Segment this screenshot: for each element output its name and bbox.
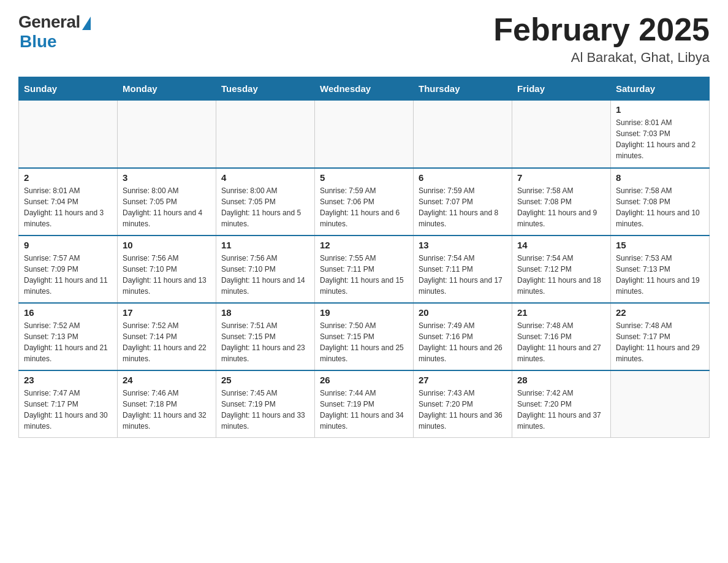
calendar-cell: 17Sunrise: 7:52 AMSunset: 7:14 PMDayligh… (118, 303, 216, 370)
day-info: Sunrise: 7:54 AMSunset: 7:12 PMDaylight:… (517, 253, 605, 297)
calendar-cell: 18Sunrise: 7:51 AMSunset: 7:15 PMDayligh… (216, 303, 315, 370)
day-info: Sunrise: 8:00 AMSunset: 7:05 PMDaylight:… (123, 185, 211, 229)
day-info: Sunrise: 7:59 AMSunset: 7:06 PMDaylight:… (320, 185, 408, 229)
day-number: 16 (24, 307, 112, 318)
day-number: 28 (517, 375, 605, 385)
weekday-header-wednesday: Wednesday (315, 77, 414, 101)
calendar-cell: 26Sunrise: 7:44 AMSunset: 7:19 PMDayligh… (315, 370, 414, 438)
calendar-cell: 11Sunrise: 7:56 AMSunset: 7:10 PMDayligh… (216, 236, 315, 303)
day-info: Sunrise: 7:56 AMSunset: 7:10 PMDaylight:… (123, 253, 211, 297)
day-info: Sunrise: 7:52 AMSunset: 7:14 PMDaylight:… (123, 320, 211, 364)
day-info: Sunrise: 7:48 AMSunset: 7:16 PMDaylight:… (517, 320, 605, 364)
calendar-cell: 7Sunrise: 7:58 AMSunset: 7:08 PMDaylight… (512, 168, 611, 236)
weekday-header-sunday: Sunday (19, 77, 118, 101)
calendar-cell: 9Sunrise: 7:57 AMSunset: 7:09 PMDaylight… (19, 236, 118, 303)
weekday-header-row: SundayMondayTuesdayWednesdayThursdayFrid… (19, 77, 710, 101)
location-title: Al Barakat, Ghat, Libya (493, 50, 710, 66)
day-info: Sunrise: 7:59 AMSunset: 7:07 PMDaylight:… (419, 185, 507, 229)
calendar-cell: 4Sunrise: 8:00 AMSunset: 7:05 PMDaylight… (216, 168, 315, 236)
logo-general-text: General (18, 12, 80, 32)
calendar-week-row: 9Sunrise: 7:57 AMSunset: 7:09 PMDaylight… (19, 236, 710, 303)
day-info: Sunrise: 7:49 AMSunset: 7:16 PMDaylight:… (419, 320, 507, 364)
calendar-cell (118, 101, 216, 168)
logo-top: General (18, 12, 91, 32)
day-number: 26 (320, 375, 408, 385)
day-info: Sunrise: 7:48 AMSunset: 7:17 PMDaylight:… (616, 320, 704, 364)
day-number: 5 (320, 172, 408, 183)
day-number: 27 (419, 375, 507, 385)
calendar-cell: 25Sunrise: 7:45 AMSunset: 7:19 PMDayligh… (216, 370, 315, 438)
day-number: 19 (320, 307, 408, 318)
calendar-cell: 19Sunrise: 7:50 AMSunset: 7:15 PMDayligh… (315, 303, 414, 370)
day-info: Sunrise: 7:47 AMSunset: 7:17 PMDaylight:… (24, 388, 112, 432)
day-info: Sunrise: 7:43 AMSunset: 7:20 PMDaylight:… (419, 388, 507, 432)
day-info: Sunrise: 7:55 AMSunset: 7:11 PMDaylight:… (320, 253, 408, 297)
calendar-cell: 20Sunrise: 7:49 AMSunset: 7:16 PMDayligh… (414, 303, 512, 370)
day-number: 18 (221, 307, 309, 318)
day-info: Sunrise: 7:51 AMSunset: 7:15 PMDaylight:… (221, 320, 309, 364)
day-info: Sunrise: 7:46 AMSunset: 7:18 PMDaylight:… (123, 388, 211, 432)
day-number: 2 (24, 172, 112, 183)
day-number: 24 (123, 375, 211, 385)
calendar-cell: 10Sunrise: 7:56 AMSunset: 7:10 PMDayligh… (118, 236, 216, 303)
logo-triangle-icon (82, 17, 91, 30)
day-number: 17 (123, 307, 211, 318)
day-number: 11 (221, 240, 309, 250)
day-info: Sunrise: 7:56 AMSunset: 7:10 PMDaylight:… (221, 253, 309, 297)
day-number: 6 (419, 172, 507, 183)
day-number: 13 (419, 240, 507, 250)
calendar-week-row: 23Sunrise: 7:47 AMSunset: 7:17 PMDayligh… (19, 370, 710, 438)
calendar-week-row: 1Sunrise: 8:01 AMSunset: 7:03 PMDaylight… (19, 101, 710, 168)
calendar-table: SundayMondayTuesdayWednesdayThursdayFrid… (18, 77, 710, 438)
day-number: 15 (616, 240, 704, 250)
calendar-cell: 1Sunrise: 8:01 AMSunset: 7:03 PMDaylight… (611, 101, 710, 168)
day-number: 7 (517, 172, 605, 183)
calendar-cell: 2Sunrise: 8:01 AMSunset: 7:04 PMDaylight… (19, 168, 118, 236)
day-info: Sunrise: 7:58 AMSunset: 7:08 PMDaylight:… (616, 185, 704, 229)
day-info: Sunrise: 8:01 AMSunset: 7:03 PMDaylight:… (616, 117, 704, 161)
day-info: Sunrise: 7:57 AMSunset: 7:09 PMDaylight:… (24, 253, 112, 297)
logo: General Blue (18, 12, 91, 52)
calendar-cell: 28Sunrise: 7:42 AMSunset: 7:20 PMDayligh… (512, 370, 611, 438)
weekday-header-thursday: Thursday (414, 77, 512, 101)
page-header: General Blue February 2025 Al Barakat, G… (18, 12, 710, 66)
day-number: 4 (221, 172, 309, 183)
day-number: 25 (221, 375, 309, 385)
calendar-cell: 14Sunrise: 7:54 AMSunset: 7:12 PMDayligh… (512, 236, 611, 303)
day-info: Sunrise: 7:52 AMSunset: 7:13 PMDaylight:… (24, 320, 112, 364)
calendar-week-row: 2Sunrise: 8:01 AMSunset: 7:04 PMDaylight… (19, 168, 710, 236)
calendar-cell: 22Sunrise: 7:48 AMSunset: 7:17 PMDayligh… (611, 303, 710, 370)
calendar-cell: 15Sunrise: 7:53 AMSunset: 7:13 PMDayligh… (611, 236, 710, 303)
month-title: February 2025 (493, 12, 710, 47)
calendar-cell (19, 101, 118, 168)
day-number: 8 (616, 172, 704, 183)
calendar-cell: 16Sunrise: 7:52 AMSunset: 7:13 PMDayligh… (19, 303, 118, 370)
calendar-cell: 23Sunrise: 7:47 AMSunset: 7:17 PMDayligh… (19, 370, 118, 438)
day-number: 20 (419, 307, 507, 318)
calendar-cell: 6Sunrise: 7:59 AMSunset: 7:07 PMDaylight… (414, 168, 512, 236)
day-number: 12 (320, 240, 408, 250)
day-info: Sunrise: 8:00 AMSunset: 7:05 PMDaylight:… (221, 185, 309, 229)
day-info: Sunrise: 7:45 AMSunset: 7:19 PMDaylight:… (221, 388, 309, 432)
day-number: 21 (517, 307, 605, 318)
day-info: Sunrise: 7:42 AMSunset: 7:20 PMDaylight:… (517, 388, 605, 432)
weekday-header-friday: Friday (512, 77, 611, 101)
day-info: Sunrise: 8:01 AMSunset: 7:04 PMDaylight:… (24, 185, 112, 229)
calendar-cell: 24Sunrise: 7:46 AMSunset: 7:18 PMDayligh… (118, 370, 216, 438)
day-number: 22 (616, 307, 704, 318)
day-info: Sunrise: 7:50 AMSunset: 7:15 PMDaylight:… (320, 320, 408, 364)
calendar-cell (216, 101, 315, 168)
logo-blue-text: Blue (20, 32, 57, 52)
day-number: 3 (123, 172, 211, 183)
calendar-cell (315, 101, 414, 168)
calendar-cell: 5Sunrise: 7:59 AMSunset: 7:06 PMDaylight… (315, 168, 414, 236)
day-info: Sunrise: 7:53 AMSunset: 7:13 PMDaylight:… (616, 253, 704, 297)
day-info: Sunrise: 7:54 AMSunset: 7:11 PMDaylight:… (419, 253, 507, 297)
day-number: 23 (24, 375, 112, 385)
calendar-cell: 13Sunrise: 7:54 AMSunset: 7:11 PMDayligh… (414, 236, 512, 303)
calendar-cell (512, 101, 611, 168)
calendar-week-row: 16Sunrise: 7:52 AMSunset: 7:13 PMDayligh… (19, 303, 710, 370)
day-number: 10 (123, 240, 211, 250)
day-number: 9 (24, 240, 112, 250)
day-info: Sunrise: 7:44 AMSunset: 7:19 PMDaylight:… (320, 388, 408, 432)
